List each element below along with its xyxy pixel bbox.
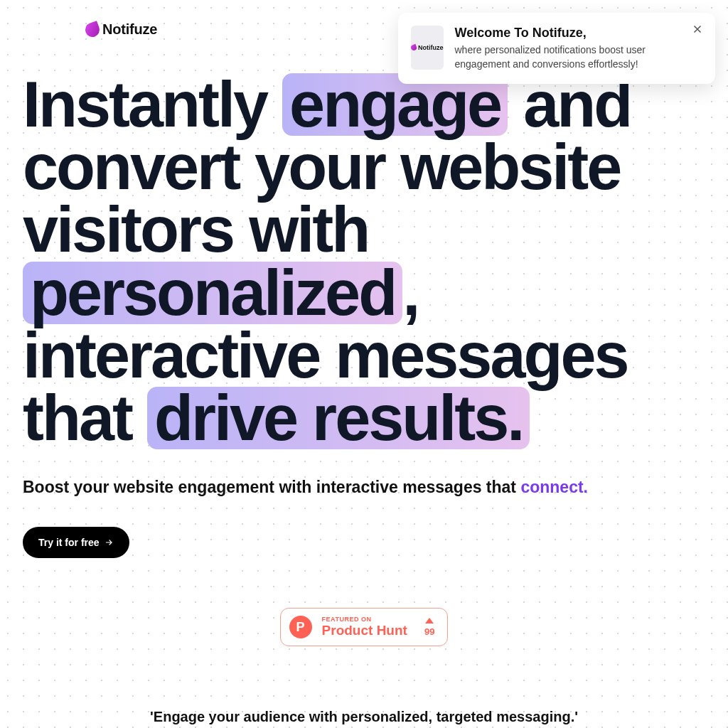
highlight-personalized: personalized [23, 262, 402, 324]
close-icon[interactable] [691, 23, 704, 36]
mid-quote: 'Engage your audience with personalized,… [23, 709, 705, 725]
toast-body: where personalized notifications boost u… [455, 43, 680, 71]
headline-text: Instantly [23, 69, 282, 140]
hero-headline: Instantly engage and convert your websit… [23, 73, 705, 449]
highlight-drive-results: drive results. [147, 387, 530, 449]
logo-mark-icon [410, 44, 417, 51]
logo-mark-icon [83, 21, 102, 39]
subhead-accent: connect. [520, 478, 588, 496]
arrow-right-icon [104, 537, 114, 547]
ph-upvote: 99 [424, 618, 434, 637]
try-free-label: Try it for free [38, 537, 100, 548]
brand-logo[interactable]: Notifuze [85, 21, 157, 38]
toast-thumbnail: Notifuze [411, 26, 444, 70]
toast-thumb-label: Notifuze [418, 44, 444, 51]
brand-name: Notifuze [102, 21, 157, 38]
try-free-button[interactable]: Try it for free [23, 527, 129, 558]
hero-subhead: Boost your website engagement with inter… [23, 478, 705, 497]
ph-upvote-count: 99 [424, 626, 434, 637]
triangle-up-icon [425, 618, 434, 623]
product-hunt-icon: P [289, 616, 312, 638]
subhead-text: Boost your website engagement with inter… [23, 478, 520, 496]
welcome-toast: Notifuze Welcome To Notifuze, where pers… [398, 13, 715, 84]
hero: Instantly engage and convert your websit… [0, 45, 728, 728]
product-hunt-badge[interactable]: P FEATURED ON Product Hunt 99 [280, 608, 449, 646]
ph-name: Product Hunt [322, 623, 407, 638]
toast-title: Welcome To Notifuze, [455, 26, 680, 41]
